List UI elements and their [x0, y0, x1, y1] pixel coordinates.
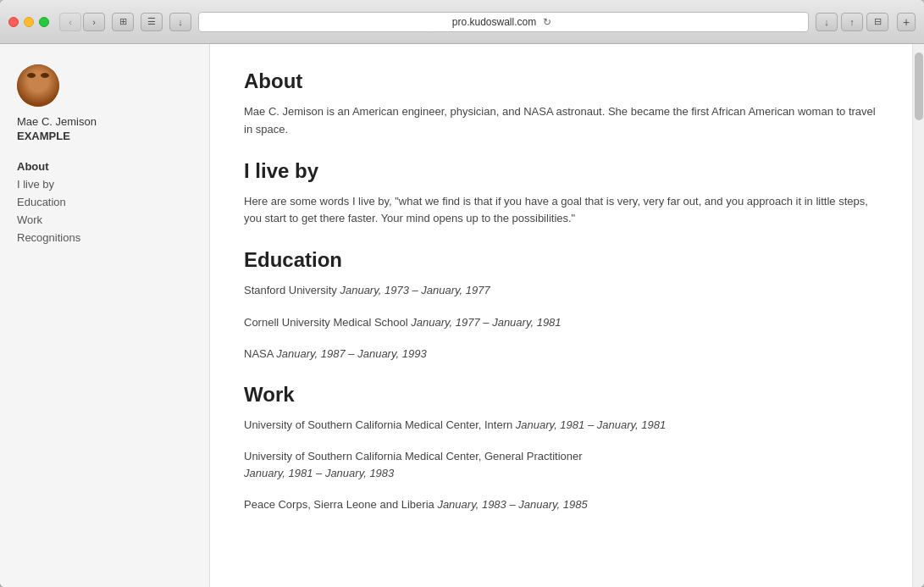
profile-name: Mae C. Jemison — [17, 115, 97, 128]
main-content: About Mae C. Jemison is an American engi… — [210, 44, 912, 587]
work-dates-2: January, 1983 – January, 1985 — [437, 498, 587, 511]
title-bar: ‹ › ⊞ ☰ ↓ pro.kudoswall.com ↻ ↓ ↑ ⊟ + — [0, 0, 924, 44]
education-item-1: Cornell University Medical School Januar… — [244, 314, 878, 331]
nav-item-education[interactable]: Education — [17, 195, 192, 209]
work-item-0-text: University of Southern California Medica… — [244, 417, 878, 434]
profile-subtitle: EXAMPLE — [17, 130, 70, 142]
address-bar[interactable]: pro.kudoswall.com ↻ — [198, 12, 809, 32]
work-dates-1: January, 1981 – January, 1983 — [244, 467, 394, 479]
nav-item-work[interactable]: Work — [17, 213, 192, 227]
download-button[interactable]: ↓ — [169, 13, 191, 31]
nav-link-education[interactable]: Education — [17, 195, 192, 209]
nav-link-recognitions[interactable]: Recognitions — [17, 230, 192, 245]
work-item-1: University of Southern California Medica… — [244, 448, 878, 481]
close-button[interactable] — [8, 17, 19, 27]
right-icons: ↓ ↑ ⊟ — [816, 13, 888, 31]
profile-section: Mae C. Jemison EXAMPLE — [17, 64, 192, 142]
work-dates-0: January, 1981 – January, 1981 — [516, 418, 666, 431]
download-arrow-button[interactable]: ↓ — [816, 13, 838, 31]
education-dates-0: January, 1973 – January, 1977 — [340, 284, 490, 296]
page-content: Mae C. Jemison EXAMPLE About I live by E… — [0, 44, 924, 587]
back-button[interactable]: ‹ — [59, 13, 81, 31]
minimize-button[interactable] — [24, 17, 34, 27]
education-item-2: NASA January, 1987 – January, 1993 — [244, 346, 878, 363]
about-title: About — [244, 69, 878, 93]
education-institution-0: Stanford University — [244, 284, 337, 296]
nav-item-about[interactable]: About — [17, 159, 192, 174]
work-item-2-text: Peace Corps, Sierra Leone and Liberia Ja… — [244, 496, 878, 513]
new-tab-button[interactable]: + — [897, 13, 916, 31]
avatar — [17, 64, 59, 107]
url-text: pro.kudoswall.com — [452, 16, 536, 28]
nav-buttons: ‹ › — [59, 13, 105, 31]
nav-item-recognitions[interactable]: Recognitions — [17, 230, 192, 245]
address-bar-container: pro.kudoswall.com ↻ — [198, 12, 809, 32]
traffic-lights — [8, 17, 49, 27]
reader-view-button[interactable]: ☰ — [141, 13, 163, 31]
avatar-face — [17, 64, 59, 107]
scrollbar-thumb[interactable] — [915, 53, 923, 120]
i-live-by-title: I live by — [244, 159, 878, 183]
nav-link-work[interactable]: Work — [17, 213, 192, 227]
window-layout-button[interactable]: ⊞ — [112, 13, 134, 31]
refresh-button[interactable]: ↻ — [539, 14, 555, 30]
work-item-2: Peace Corps, Sierra Leone and Liberia Ja… — [244, 496, 878, 513]
education-item-2-text: NASA January, 1987 – January, 1993 — [244, 346, 878, 363]
education-title: Education — [244, 248, 878, 272]
nav-link-about[interactable]: About — [17, 159, 192, 174]
nav-item-i-live-by[interactable]: I live by — [17, 177, 192, 191]
share-button[interactable]: ↑ — [841, 13, 863, 31]
work-item-1-text: University of Southern California Medica… — [244, 448, 878, 481]
about-body: Mae C. Jemison is an American engineer, … — [244, 103, 878, 139]
education-item-0: Stanford University January, 1973 – Janu… — [244, 282, 878, 299]
work-institution-1: University of Southern California Medica… — [244, 450, 583, 462]
browser-window: ‹ › ⊞ ☰ ↓ pro.kudoswall.com ↻ ↓ ↑ ⊟ + Ma… — [0, 0, 924, 587]
work-institution-0: University of Southern California Medica… — [244, 418, 512, 431]
work-item-0: University of Southern California Medica… — [244, 417, 878, 434]
nav-menu: About I live by Education Work Recogniti… — [17, 159, 192, 245]
scrollbar-track[interactable] — [912, 44, 924, 587]
forward-button[interactable]: › — [83, 13, 105, 31]
education-dates-1: January, 1977 – January, 1981 — [411, 316, 561, 329]
work-title: Work — [244, 383, 878, 407]
maximize-button[interactable] — [39, 17, 49, 27]
education-item-0-text: Stanford University January, 1973 – Janu… — [244, 282, 878, 299]
education-item-1-text: Cornell University Medical School Januar… — [244, 314, 878, 331]
education-institution-2: NASA — [244, 347, 274, 360]
education-dates-2: January, 1987 – January, 1993 — [276, 347, 426, 360]
work-institution-2: Peace Corps, Sierra Leone and Liberia — [244, 498, 434, 511]
sidebar: Mae C. Jemison EXAMPLE About I live by E… — [0, 44, 210, 587]
i-live-by-body: Here are some words I live by, "what we … — [244, 193, 878, 229]
nav-link-i-live-by[interactable]: I live by — [17, 177, 192, 191]
sidebar-toggle-button[interactable]: ⊟ — [866, 13, 888, 31]
education-institution-1: Cornell University Medical School — [244, 316, 408, 329]
